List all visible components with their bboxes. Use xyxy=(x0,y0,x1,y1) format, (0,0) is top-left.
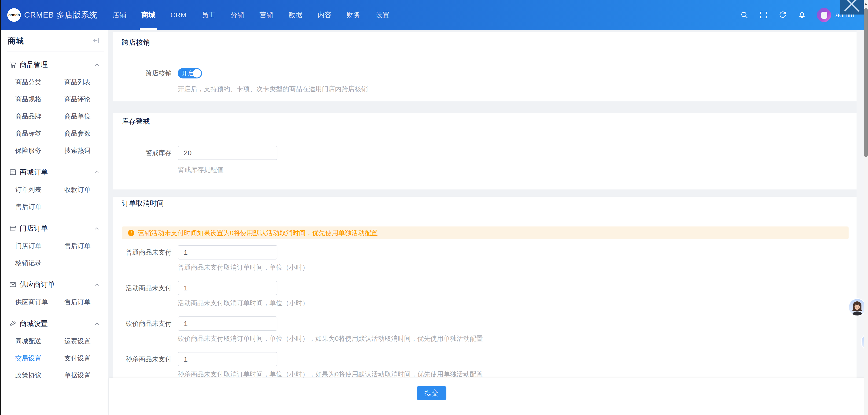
seckill-product-hint: 秒杀商品未支付取消订单时间，单位（小时），如果为0将使用默认活动取消时间，优先使… xyxy=(178,369,857,379)
content-scrollbar-track[interactable] xyxy=(857,30,864,415)
sidebar-item-product-tag[interactable]: 商品标签 xyxy=(15,129,64,138)
window-scrollbar-thumb[interactable] xyxy=(864,8,868,157)
sidebar-item-city-delivery[interactable]: 同城配送 xyxy=(15,336,64,346)
bargain-product-input[interactable] xyxy=(178,317,277,331)
sidebar-item-product-spec[interactable]: 商品规格 xyxy=(15,95,64,104)
section-header-mall-settings[interactable]: 商城设置 xyxy=(1,319,108,329)
card-title-stock-warning: 库存警戒 xyxy=(122,117,150,126)
sidebar-section-product-management: 商品管理 商品分类 商品列表 商品规格 商品评论 商品品牌 商品单位 商品标签 … xyxy=(1,59,108,155)
chevron-up-icon xyxy=(94,169,100,175)
sidebar: 商城 商品管理 商品分类 商品列表 商品规格 xyxy=(1,30,108,415)
logo-text: crmeb xyxy=(8,13,20,17)
sidebar-item-supplier-aftersale[interactable]: 售后订单 xyxy=(64,297,108,307)
sidebar-item-policy-agreement[interactable]: 政策协议 xyxy=(15,371,64,380)
submit-button[interactable]: 提交 xyxy=(417,386,446,400)
cross-store-hint: 开启后，支持预约、卡项、次卡类型的商品在适用门店内跨店核销 xyxy=(178,84,857,94)
order-doc-icon xyxy=(9,168,17,176)
refresh-icon[interactable] xyxy=(779,11,787,19)
fullscreen-icon[interactable] xyxy=(760,11,768,19)
warning-banner: ! 营销活动未支付时间如果设置为0将使用默认活动取消时间，优先使用单独活动配置 xyxy=(122,227,848,239)
sidebar-item-search-hotword[interactable]: 搜索热词 xyxy=(64,146,108,155)
nav-item-mall[interactable]: 商城 xyxy=(142,0,155,30)
brand-title: CRMEB 多店版系统 xyxy=(24,9,97,20)
stock-warning-hint: 警戒库存提醒值 xyxy=(178,165,857,175)
warning-exclamation-icon: ! xyxy=(128,230,134,236)
notification-bell-icon[interactable] xyxy=(798,11,806,19)
sidebar-item-supplier-order[interactable]: 供应商订单 xyxy=(15,297,64,307)
chevron-up-icon xyxy=(94,281,100,288)
section-header-supplier-orders[interactable]: 供应商订单 xyxy=(1,279,108,290)
nav-item-data[interactable]: 数据 xyxy=(288,0,303,30)
normal-product-hint: 普通商品未支付取消订单时间，单位（小时） xyxy=(178,263,857,272)
cross-store-verification-card: 跨店核销 跨店核销 开启 开启后，支持预约、卡项、次卡类型的商品在适用门店内跨店… xyxy=(113,32,857,101)
nav-item-marketing[interactable]: 营销 xyxy=(259,0,273,30)
sidebar-item-product-brand[interactable]: 商品品牌 xyxy=(15,112,64,121)
sidebar-item-store-aftersale[interactable]: 售后订单 xyxy=(64,241,108,250)
cart-icon xyxy=(9,61,17,69)
stock-warning-input[interactable] xyxy=(178,146,277,160)
close-overlay-button[interactable] xyxy=(840,0,864,14)
sidebar-title: 商城 xyxy=(8,36,24,47)
activity-product-input[interactable] xyxy=(178,281,277,295)
nav-item-staff[interactable]: 员工 xyxy=(201,0,215,30)
card-title-cross-store: 跨店核销 xyxy=(122,38,150,47)
top-nav-menu: 店铺 商城 CRM 员工 分销 营销 数据 内容 财务 设置 xyxy=(112,0,390,30)
sidebar-item-freight-settings[interactable]: 运费设置 xyxy=(64,336,108,346)
bargain-product-label: 砍价商品未支付 xyxy=(113,319,172,328)
scroll-up-arrow-icon[interactable] xyxy=(865,3,867,5)
sidebar-item-payment-order[interactable]: 收款订单 xyxy=(64,185,108,195)
field-seckill-product: 秒杀商品未支付 秒杀商品未支付取消订单时间，单位（小时），如果为0将使用默认活动… xyxy=(113,352,857,379)
sidebar-item-product-param[interactable]: 商品参数 xyxy=(64,129,108,138)
search-icon[interactable] xyxy=(740,11,749,19)
sidebar-menu: 商品管理 商品分类 商品列表 商品规格 商品评论 商品品牌 商品单位 商品标签 … xyxy=(1,52,108,380)
activity-product-label: 活动商品未支付 xyxy=(113,284,172,293)
sidebar-item-payment-settings[interactable]: 支付设置 xyxy=(64,354,108,363)
nav-item-store[interactable]: 店铺 xyxy=(112,0,126,30)
window-scrollbar[interactable] xyxy=(864,0,868,415)
sidebar-item-guarantee-service[interactable]: 保障服务 xyxy=(15,146,64,155)
stock-warning-card: 库存警戒 警戒库存 警戒库存提醒值 xyxy=(113,113,857,189)
sidebar-item-product-unit[interactable]: 商品单位 xyxy=(64,112,108,121)
nav-item-finance[interactable]: 财务 xyxy=(346,0,361,30)
sidebar-section-supplier-orders: 供应商订单 供应商订单 售后订单 xyxy=(1,279,108,307)
chevron-up-icon xyxy=(94,321,100,327)
section-title: 门店订单 xyxy=(20,224,94,233)
nav-item-settings[interactable]: 设置 xyxy=(375,0,390,30)
sidebar-item-product-review[interactable]: 商品评论 xyxy=(64,95,108,104)
sidebar-collapse-icon[interactable] xyxy=(92,36,100,45)
cross-store-toggle[interactable]: 开启 xyxy=(178,68,202,79)
store-icon xyxy=(9,225,17,232)
sidebar-item-receipt-settings[interactable]: 单据设置 xyxy=(64,371,108,380)
nav-item-crm[interactable]: CRM xyxy=(170,0,186,30)
nav-item-content[interactable]: 内容 xyxy=(317,0,332,30)
close-x-icon xyxy=(843,0,861,13)
navbar-right-group: admin xyxy=(740,0,855,30)
seckill-product-input[interactable] xyxy=(178,352,277,366)
section-title: 商城订单 xyxy=(20,168,94,177)
section-header-mall-orders[interactable]: 商城订单 xyxy=(1,167,108,177)
section-header-store-orders[interactable]: 门店订单 xyxy=(1,223,108,234)
sidebar-item-order-list[interactable]: 订单列表 xyxy=(15,185,64,195)
window-left-edge xyxy=(0,0,1,415)
section-title: 商品管理 xyxy=(20,60,94,69)
sidebar-item-store-order[interactable]: 门店订单 xyxy=(15,241,64,250)
section-header-product-management[interactable]: 商品管理 xyxy=(1,59,108,70)
user-avatar[interactable] xyxy=(817,8,831,22)
field-bargain-product: 砍价商品未支付 砍价商品未支付取消订单时间，单位（小时），如果为0将使用默认活动… xyxy=(113,317,857,343)
seckill-product-label: 秒杀商品未支付 xyxy=(113,355,172,364)
sidebar-item-aftersale-order[interactable]: 售后订单 xyxy=(15,202,64,211)
toggle-knob xyxy=(193,69,201,78)
sidebar-item-trade-settings[interactable]: 交易设置 xyxy=(15,354,64,363)
crmeb-logo: crmeb xyxy=(7,8,21,22)
order-cancel-time-card: 订单取消时间 ! 营销活动未支付时间如果设置为0将使用默认活动取消时间，优先使用… xyxy=(113,197,857,384)
sidebar-item-product-list[interactable]: 商品列表 xyxy=(64,78,108,87)
sidebar-item-product-category[interactable]: 商品分类 xyxy=(15,78,64,87)
normal-product-input[interactable] xyxy=(178,245,277,260)
main-content: 跨店核销 跨店核销 开启 开启后，支持预约、卡项、次卡类型的商品在适用门店内跨店… xyxy=(113,32,857,384)
sidebar-item-verification-record[interactable]: 核销记录 xyxy=(15,258,64,268)
nav-item-distribution[interactable]: 分销 xyxy=(230,0,244,30)
normal-product-label: 普通商品未支付 xyxy=(113,248,172,257)
bargain-product-hint: 砍价商品未支付取消订单时间，单位（小时），如果为0将使用默认活动取消时间，优先使… xyxy=(178,334,857,343)
top-navbar: crmeb CRMEB 多店版系统 店铺 商城 CRM 员工 分销 营销 数据 … xyxy=(0,0,868,30)
wrench-icon xyxy=(9,320,17,328)
